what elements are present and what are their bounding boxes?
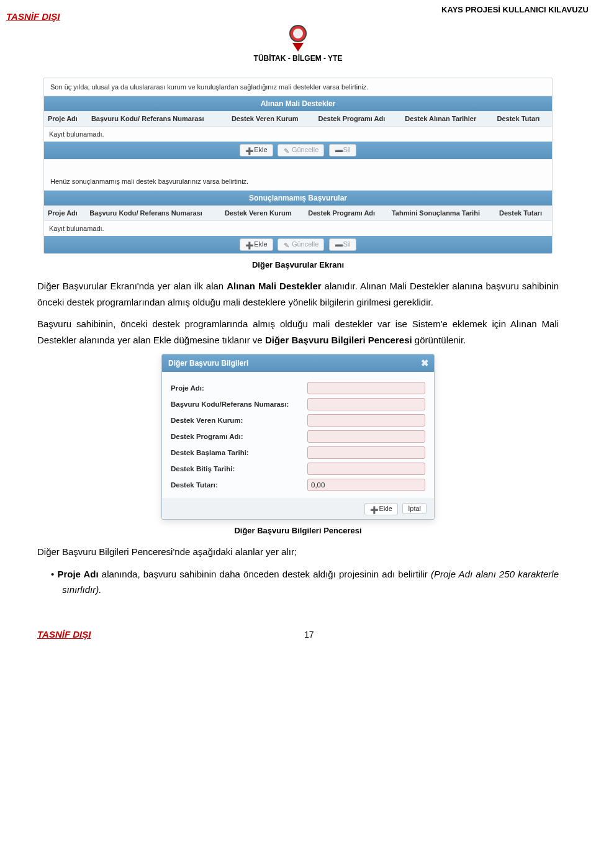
- label-destek-program: Destek Programı Adı:: [171, 433, 307, 440]
- doc-title-header: KAYS PROJESİ KULLANICI KILAVUZU: [441, 5, 589, 14]
- label-proje-adi: Proje Adı:: [171, 384, 307, 392]
- minus-icon: ➖: [335, 147, 342, 155]
- label-bitis-tarihi: Destek Bitiş Tarihi:: [171, 465, 307, 472]
- input-baslama-tarihi[interactable]: [307, 446, 425, 459]
- col-header[interactable]: Başvuru Kodu/ Referans Numarası: [88, 111, 228, 127]
- classification-header: TASNİF DIŞI: [6, 11, 60, 22]
- input-proje-adi[interactable]: [307, 382, 425, 394]
- update-label: Güncelle: [292, 240, 318, 248]
- update-button[interactable]: ✎Güncelle: [278, 238, 324, 251]
- add-button[interactable]: ➕Ekle: [240, 144, 273, 156]
- minus-icon: ➖: [335, 242, 342, 249]
- delete-button[interactable]: ➖Sil: [329, 144, 356, 156]
- col-header[interactable]: Başvuru Kodu/ Referans Numarası: [86, 206, 221, 221]
- pencil-icon: ✎: [283, 147, 291, 155]
- dialog-cancel-button[interactable]: İptal: [402, 503, 427, 514]
- classification-footer: TASNİF DIŞI: [37, 629, 91, 640]
- text: alanında, başvuru sahibinin daha önceden…: [99, 569, 431, 579]
- org-subtitle: TÜBİTAK - BİLGEM - YTE: [37, 54, 559, 63]
- text: görüntülenir.: [412, 335, 466, 345]
- dialog-footer: ➕Ekle İptal: [162, 499, 434, 519]
- col-header[interactable]: Destek Veren Kurum: [228, 111, 315, 127]
- col-header[interactable]: Proje Adı: [44, 206, 86, 221]
- input-destek-kurum[interactable]: [307, 414, 425, 427]
- panel2-toolbar: ➕Ekle ✎Güncelle ➖Sil: [44, 236, 552, 253]
- col-header[interactable]: Destek Tutarı: [495, 206, 552, 221]
- update-button[interactable]: ✎Güncelle: [278, 144, 324, 156]
- panel2-note: Henüz sonuçlanmamış mali destek başvurul…: [44, 173, 552, 191]
- pencil-icon: ✎: [283, 242, 291, 249]
- panel1-empty: Kayıt bulunamadı.: [44, 127, 552, 142]
- figure-caption-2: Diğer Başvuru Bilgileri Penceresi: [37, 526, 559, 535]
- logo-chevron-icon: [292, 43, 304, 52]
- text-bold: Alınan Mali Destekler: [227, 281, 321, 291]
- plus-icon: ➕: [245, 147, 253, 155]
- close-icon[interactable]: ✖: [421, 358, 429, 369]
- bullet-1: Proje Adı alanında, başvuru sahibinin da…: [62, 566, 559, 598]
- text-bold: Diğer Başvuru Bilgileri Penceresi: [265, 335, 412, 345]
- add-label: Ekle: [379, 505, 392, 512]
- col-header[interactable]: Destek Programı Adı: [304, 206, 388, 221]
- plus-icon: ➕: [370, 506, 377, 513]
- panel2-empty: Kayıt bulunamadı.: [44, 221, 552, 237]
- text: Diğer Başvurular Ekranı'nda yer alan ilk…: [37, 281, 227, 291]
- input-destek-tutari[interactable]: [307, 479, 425, 491]
- add-label: Ekle: [254, 146, 267, 153]
- input-bitis-tarihi[interactable]: [307, 463, 425, 475]
- screenshot-panel: Son üç yılda, ulusal ya da uluslararası …: [43, 78, 553, 254]
- col-header[interactable]: Destek Programı Adı: [315, 111, 402, 127]
- figure-caption-1: Diğer Başvurular Ekranı: [37, 260, 559, 269]
- add-label: Ekle: [254, 240, 267, 248]
- panel2-table: Proje Adı Başvuru Kodu/ Referans Numaras…: [44, 206, 552, 236]
- input-destek-program[interactable]: [307, 430, 425, 443]
- label-destek-tutari: Destek Tutarı:: [171, 481, 307, 489]
- dialog-other-application-info: Diğer Başvuru Bilgileri ✖ Proje Adı: Baş…: [161, 354, 435, 520]
- paragraph-1: Diğer Başvurular Ekranı'nda yer alan ilk…: [37, 278, 559, 310]
- panel1-table: Proje Adı Başvuru Kodu/ Referans Numaras…: [44, 111, 552, 142]
- dialog-title: Diğer Başvuru Bilgileri ✖: [162, 355, 434, 372]
- col-header[interactable]: Destek Tutarı: [494, 111, 552, 127]
- panel1-toolbar: ➕Ekle ✎Güncelle ➖Sil: [44, 142, 552, 159]
- delete-label: Sil: [343, 146, 351, 153]
- text-bold: Proje Adı: [57, 569, 98, 579]
- label-destek-kurum: Destek Veren Kurum:: [171, 417, 307, 424]
- col-header[interactable]: Proje Adı: [44, 111, 88, 127]
- col-header[interactable]: Destek Veren Kurum: [221, 206, 304, 221]
- paragraph-2: Başvuru sahibinin, önceki destek program…: [37, 316, 559, 348]
- col-header[interactable]: Tahmini Sonuçlanma Tarihi: [388, 206, 495, 221]
- col-header[interactable]: Destek Alınan Tarihler: [401, 111, 493, 127]
- input-basvuru-kodu[interactable]: [307, 398, 425, 410]
- label-baslama-tarihi: Destek Başlama Tarihi:: [171, 449, 307, 456]
- delete-label: Sil: [343, 240, 351, 248]
- panel1-title: Alınan Mali Destekler: [44, 96, 552, 111]
- dialog-add-button[interactable]: ➕Ekle: [364, 503, 397, 515]
- dialog-body: Proje Adı: Başvuru Kodu/Referans Numaras…: [162, 372, 434, 499]
- delete-button[interactable]: ➖Sil: [329, 238, 356, 251]
- update-label: Güncelle: [292, 146, 318, 153]
- panel2-title: Sonuçlanmamış Başvurular: [44, 191, 552, 206]
- panel1-note: Son üç yılda, ulusal ya da uluslararası …: [44, 78, 552, 96]
- label-basvuru-kodu: Başvuru Kodu/Referans Numarası:: [171, 400, 307, 408]
- page-number: 17: [304, 630, 314, 640]
- tubitak-logo-icon: [289, 25, 307, 42]
- dialog-title-text: Diğer Başvuru Bilgileri: [168, 359, 248, 368]
- paragraph-3: Diğer Başvuru Bilgileri Penceresi'nde aş…: [37, 544, 559, 560]
- cancel-label: İptal: [408, 505, 421, 512]
- doc-header: TÜBİTAK - BİLGEM - YTE: [37, 25, 559, 63]
- plus-icon: ➕: [245, 242, 253, 249]
- add-button[interactable]: ➕Ekle: [240, 238, 273, 251]
